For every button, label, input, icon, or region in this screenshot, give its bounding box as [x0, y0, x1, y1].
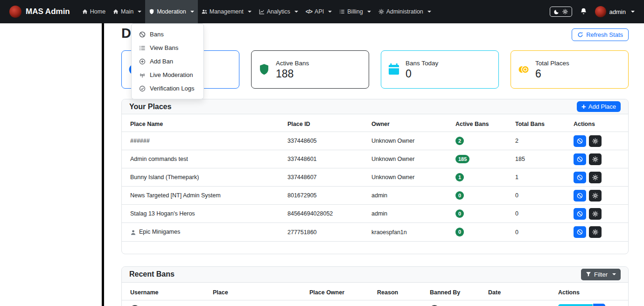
brand[interactable]: MAS Admin	[9, 6, 70, 18]
menu-item-view-bans[interactable]: View Bans	[132, 41, 203, 55]
ban-icon	[577, 211, 583, 217]
edit-ban-button[interactable]	[593, 304, 605, 306]
place-name-cell: Epic Minigames	[122, 223, 287, 241]
add-place-label: Add Place	[588, 103, 616, 110]
ban-date-cell: 2025-04-07 01:11	[488, 300, 558, 306]
gear-icon	[592, 229, 598, 235]
place-owner-cell: Unknown Owner	[371, 168, 455, 187]
ban-icon	[577, 229, 583, 235]
nav-label: API	[315, 8, 324, 15]
nav-item-api[interactable]: </> API	[302, 0, 336, 23]
active-bans-badge: 1	[455, 173, 464, 181]
user-avatar	[595, 6, 606, 17]
place-id-cell: 277751860	[287, 223, 371, 241]
moon-icon	[554, 9, 560, 14]
caret-down-icon	[248, 11, 252, 13]
place-settings-button[interactable]	[589, 153, 602, 165]
ban-place-button[interactable]	[574, 135, 586, 147]
col-owner: Owner	[371, 114, 455, 132]
menu-label: Live Moderation	[150, 71, 193, 78]
ban-icon	[577, 193, 583, 199]
menu-item-live-moderation[interactable]: Live Moderation	[132, 68, 203, 82]
notifications-button[interactable]	[580, 7, 587, 16]
place-id-cell: 337448607	[287, 168, 371, 187]
check-circle-icon	[139, 85, 146, 92]
recent-bans-title: Recent Bans	[129, 270, 175, 278]
house-icon	[113, 9, 119, 14]
navbar-controls: admin	[550, 6, 635, 17]
ban-actions-cell: Details	[558, 300, 628, 306]
menu-item-bans[interactable]: Bans	[132, 28, 203, 41]
user-menu[interactable]: admin	[595, 6, 635, 17]
caret-down-icon	[427, 11, 431, 13]
place-settings-button[interactable]	[589, 226, 602, 238]
nav-label: Billing	[347, 8, 363, 15]
ban-place-owner-cell: Unknown Owner	[309, 300, 377, 306]
add-place-button[interactable]: + Add Place	[577, 101, 621, 112]
place-id-cell: 801672905	[287, 187, 371, 205]
place-row: Bunny Island (Themepark) 337448607 Unkno…	[122, 168, 628, 187]
place-settings-button[interactable]	[589, 190, 602, 202]
total-bans-cell: 0	[515, 223, 574, 241]
place-settings-button[interactable]	[589, 135, 602, 147]
total-bans-cell: 1	[515, 168, 574, 187]
ban-place-button[interactable]	[574, 226, 586, 238]
stat-card-bans-today: Bans Today 0	[381, 50, 499, 89]
filter-label: Filter	[594, 271, 608, 278]
bell-icon	[580, 7, 587, 14]
your-places-title: Your Places	[129, 103, 171, 111]
active-bans-cell: 0	[455, 205, 515, 223]
nav-item-billing[interactable]: Billing	[336, 0, 374, 23]
ban-place-button[interactable]	[574, 190, 586, 202]
filter-button[interactable]: Filter	[581, 269, 621, 280]
ban-row: Unknown User ###### Unknown Owner Exploi…	[122, 300, 628, 306]
refresh-stats-button[interactable]: Refresh Stats	[572, 28, 629, 41]
details-button[interactable]: Details	[558, 304, 593, 306]
place-row: News Targeted [NT] Admin System 80167290…	[122, 187, 628, 205]
active-bans-badge: 185	[455, 155, 469, 163]
refresh-icon	[577, 32, 583, 38]
menu-item-add-ban[interactable]: Add Ban	[132, 55, 203, 68]
main-nav: Home Main Moderation Management Analytic…	[78, 0, 435, 23]
stat-title: Active Bans	[276, 60, 309, 67]
place-id-cell: 84564694028052	[287, 205, 371, 223]
col-date: Date	[488, 283, 558, 300]
nav-item-management[interactable]: Management	[198, 0, 255, 23]
funnel-icon	[586, 271, 591, 277]
person-icon	[130, 230, 136, 236]
nav-label: Moderation	[157, 8, 186, 15]
ban-place-cell: ######	[213, 300, 309, 306]
gear-icon	[592, 211, 598, 217]
place-settings-button[interactable]	[589, 208, 602, 220]
nav-item-main[interactable]: Main	[109, 0, 145, 23]
stat-card-total-places: Total Places 6	[511, 50, 629, 89]
ban-icon	[577, 174, 583, 181]
col-reason: Reason	[377, 283, 430, 300]
code-icon: </>	[306, 9, 312, 14]
menu-item-verification-logs[interactable]: Verification Logs	[132, 82, 203, 95]
plus-icon: +	[581, 104, 586, 110]
gear-icon	[378, 9, 384, 14]
nav-item-moderation[interactable]: Moderation	[145, 0, 198, 23]
place-settings-button[interactable]	[589, 172, 602, 183]
place-owner-cell: admin	[371, 205, 455, 223]
nav-label: Administration	[386, 8, 423, 15]
nav-item-home[interactable]: Home	[78, 0, 109, 23]
ban-place-button[interactable]	[574, 172, 586, 183]
col-active-bans: Active Bans	[455, 114, 515, 132]
caret-down-icon	[138, 11, 141, 13]
nav-item-analytics[interactable]: Analytics	[255, 0, 302, 23]
ban-place-button[interactable]	[574, 153, 586, 165]
stat-title: Bans Today	[406, 60, 438, 67]
recent-bans-panel: Recent Bans Filter Username Place Place …	[121, 266, 629, 306]
col-username: Username	[122, 283, 213, 300]
nav-item-administration[interactable]: Administration	[375, 0, 435, 23]
col-place-name: Place Name	[122, 114, 287, 132]
col-place-id: Place ID	[287, 114, 371, 132]
theme-toggle-button[interactable]	[550, 7, 572, 17]
house-icon	[82, 9, 88, 14]
caret-down-icon	[294, 11, 298, 13]
ban-place-button[interactable]	[574, 208, 586, 220]
left-divider	[102, 23, 104, 306]
menu-label: View Bans	[150, 44, 178, 51]
